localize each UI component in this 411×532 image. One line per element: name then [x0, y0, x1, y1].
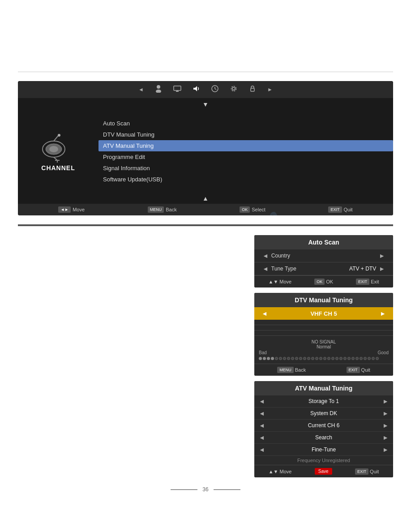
svg-point-1 [156, 90, 161, 93]
auto-scan-move: ▲▼ Move [269, 279, 292, 284]
signal-dot [291, 357, 294, 360]
fine-tune-left-arrow[interactable]: ◄ [259, 446, 265, 453]
atv-search-row: ◄ Search ► [254, 432, 393, 444]
tune-type-value: ATV + DTV [349, 266, 376, 272]
system-right-arrow[interactable]: ► [382, 410, 389, 417]
frequency-note: Frequency Unregistered [254, 456, 393, 465]
scroll-up-indicator: ▲ [18, 194, 393, 204]
svg-marker-5 [193, 86, 197, 91]
search-left-arrow[interactable]: ◄ [259, 434, 265, 441]
quit-button-icon: EXIT [328, 206, 342, 213]
dtv-panel: DTV Manual Tuning ◄ VHF CH 5 ► NO SIGNAL… [254, 293, 393, 376]
storage-left-arrow[interactable]: ◄ [259, 398, 265, 405]
atv-move: ▲▼ Move [269, 469, 292, 474]
auto-scan-exit-btn[interactable]: EXIT [356, 279, 369, 285]
menu-content: CHANNEL Auto Scan DTV Manual Tuning ATV … [18, 109, 393, 194]
atv-quit-label: Quit [370, 469, 379, 474]
svg-line-15 [54, 136, 58, 141]
signal-dot [331, 357, 334, 360]
signal-dot [295, 357, 298, 360]
signal-dot [319, 357, 322, 360]
dtv-quit-btn[interactable]: EXIT [347, 367, 360, 373]
tune-type-right-arrow[interactable]: ► [379, 265, 385, 272]
page-line-left [171, 489, 197, 490]
auto-scan-panel: Auto Scan ◄ Country ► ◄ Tune Type ATV + … [254, 235, 393, 287]
atv-quit-btn[interactable]: EXIT [355, 468, 368, 475]
dtv-channel-right-arrow[interactable]: ► [380, 310, 386, 317]
page-number: 36 [202, 486, 208, 493]
dtv-signal-labels: NO SIGNALNormal [259, 339, 389, 349]
current-ch-label: Current CH 6 [265, 422, 382, 429]
svg-rect-11 [251, 88, 254, 91]
atv-system-row: ◄ System DK ► [254, 408, 393, 420]
auto-scan-exit[interactable]: EXIT Exit [356, 279, 379, 285]
move-arrows-icon: ▲▼ [269, 279, 278, 284]
atv-title: ATV Manual Tuning [254, 381, 393, 395]
nav-clock-icon[interactable] [211, 85, 219, 94]
atv-quit[interactable]: EXIT Quit [355, 468, 379, 475]
atv-fine-tune-row: ◄ Fine-Tune ► [254, 444, 393, 456]
move-button-icon: ◄► [58, 206, 71, 213]
dtv-channel-value: VHF CH 5 [270, 310, 377, 317]
dtv-bottom-bar: MENU Back EXIT Quit [254, 364, 393, 376]
menu-item-software-update[interactable]: Software Update(USB) [98, 174, 393, 185]
auto-scan-ok-btn[interactable]: OK [314, 279, 325, 285]
nav-screen-icon[interactable] [173, 85, 181, 94]
bottom-quit: EXIT Quit [328, 206, 352, 213]
ch-right-arrow[interactable]: ► [382, 422, 389, 429]
nav-lock-icon[interactable] [248, 85, 257, 94]
system-left-arrow[interactable]: ◄ [259, 410, 265, 417]
dtv-empty-row-3 [254, 330, 393, 336]
svg-rect-4 [177, 90, 178, 91]
tune-type-left-arrow[interactable]: ◄ [262, 265, 269, 272]
nav-person-icon[interactable] [154, 85, 163, 94]
dtv-quit[interactable]: EXIT Quit [347, 367, 370, 373]
signal-good-text: Good [378, 350, 389, 355]
top-divider [18, 72, 393, 72]
system-label: System DK [265, 410, 382, 416]
dtv-signal-area: NO SIGNALNormal Bad Good [254, 336, 393, 364]
auto-scan-ok[interactable]: OK OK [314, 279, 333, 285]
bottom-select: OK Select [240, 206, 265, 213]
save-red-button[interactable]: Save [315, 468, 332, 475]
dtv-signal-range-labels: Bad Good [259, 350, 389, 355]
signal-dot [267, 357, 270, 360]
menu-item-dtv-manual[interactable]: DTV Manual Tuning [98, 129, 393, 140]
svg-point-10 [231, 86, 236, 91]
search-right-arrow[interactable]: ► [382, 434, 389, 441]
ch-left-arrow[interactable]: ◄ [259, 422, 265, 429]
signal-dot [360, 357, 363, 360]
nav-left-arrow[interactable]: ◄ [138, 86, 144, 93]
dtv-channel-row: ◄ VHF CH 5 ► [254, 307, 393, 320]
section-divider [18, 224, 393, 226]
atv-current-ch-row: ◄ Current CH 6 ► [254, 420, 393, 432]
signal-dot [287, 357, 290, 360]
nav-speaker-icon[interactable] [192, 85, 200, 94]
auto-scan-title: Auto Scan [254, 235, 393, 249]
menu-item-atv-manual[interactable]: ATV Manual Tuning [98, 140, 393, 151]
country-left-arrow[interactable]: ◄ [262, 252, 269, 259]
dtv-back-btn[interactable]: MENU [277, 367, 294, 373]
fine-tune-right-arrow[interactable]: ► [382, 446, 389, 453]
nav-right-arrow[interactable]: ► [267, 86, 273, 93]
dtv-back[interactable]: MENU Back [277, 367, 306, 373]
atv-move-arrows: ▲▼ [269, 469, 278, 474]
auto-scan-exit-label: Exit [371, 279, 379, 284]
nav-gear-icon[interactable] [230, 85, 238, 94]
bottom-back: MENU Back [148, 206, 177, 213]
menu-item-signal-info[interactable]: Signal Information [98, 163, 393, 174]
menu-item-programme-edit[interactable]: Programme Edit [98, 151, 393, 163]
storage-right-arrow[interactable]: ► [382, 398, 389, 405]
signal-dot [299, 357, 302, 360]
country-right-arrow[interactable]: ► [379, 252, 385, 259]
atv-save[interactable]: Save [315, 468, 332, 475]
move-label: Move [73, 207, 85, 212]
signal-dot [376, 357, 379, 360]
channel-menu-items: Auto Scan DTV Manual Tuning ATV Manual T… [98, 113, 393, 189]
channel-label: CHANNEL [41, 164, 75, 172]
svg-line-8 [215, 89, 216, 90]
signal-dot [259, 357, 262, 360]
dtv-channel-left-arrow[interactable]: ◄ [261, 310, 268, 317]
scroll-down-indicator: ▼ [18, 98, 393, 109]
menu-item-auto-scan[interactable]: Auto Scan [98, 118, 393, 129]
